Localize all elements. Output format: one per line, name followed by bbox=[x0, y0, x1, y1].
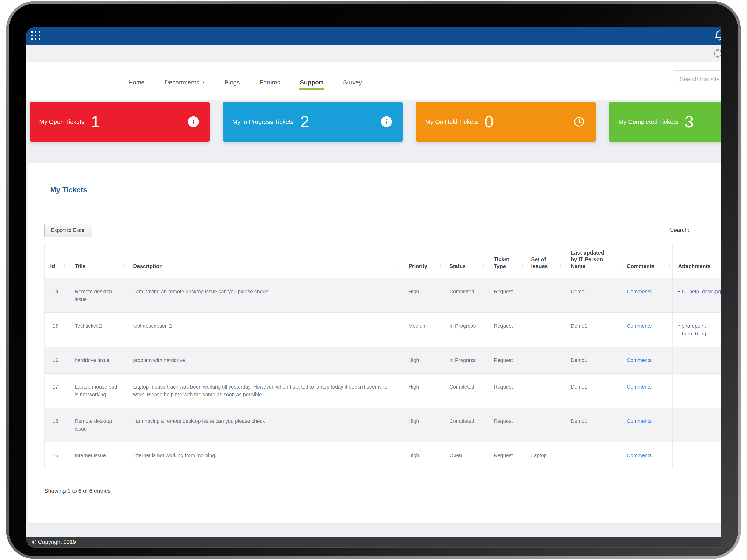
table-header-row: Id↑↓ Title↑↓ Description↑↓ Priority↑↓ St… bbox=[45, 243, 722, 278]
table-search-input[interactable] bbox=[694, 224, 721, 236]
col-header-description[interactable]: Description↑↓ bbox=[127, 243, 403, 278]
nav-item-home[interactable]: Home bbox=[128, 79, 145, 86]
sort-icon: ↑↓ bbox=[438, 262, 441, 269]
cell-last-updated: Demo1 bbox=[565, 347, 621, 374]
bullet-icon: • bbox=[678, 322, 680, 330]
attachment-link[interactable]: IT_help_desk.jpg bbox=[682, 288, 721, 295]
cell-attachments bbox=[672, 408, 722, 442]
cell-priority: High bbox=[403, 374, 444, 408]
col-header-id[interactable]: Id↑↓ bbox=[45, 243, 69, 278]
sort-icon: ↑↓ bbox=[63, 262, 67, 269]
cell-attachments: •sharepoint-hero_0.jpg bbox=[672, 313, 722, 347]
comments-link[interactable]: Comments bbox=[627, 452, 651, 458]
cell-comments: Comments bbox=[621, 442, 672, 469]
clock-icon bbox=[573, 116, 585, 128]
cell-last-updated: Demo1 bbox=[565, 374, 621, 408]
nav-item-label: Departments bbox=[164, 79, 199, 86]
nav-item-forums[interactable]: Forums bbox=[260, 79, 280, 86]
cell-id: 17 bbox=[45, 374, 69, 408]
cell-title: Laptop mouse pad is not working bbox=[69, 374, 127, 408]
cell-id: 25 bbox=[45, 442, 69, 469]
nav-item-support[interactable]: Support bbox=[300, 79, 323, 86]
col-header-status[interactable]: Status↑↓ bbox=[444, 243, 488, 278]
app-launcher-icon[interactable] bbox=[31, 31, 41, 41]
cell-ticket-type: Request bbox=[488, 374, 525, 408]
col-header-last-updated[interactable]: Last updated by IT Person Name↑↓ bbox=[565, 243, 621, 278]
card-completed-tickets[interactable]: My Completed Tickets 3 ✓ bbox=[609, 102, 721, 142]
card-on-hold-tickets[interactable]: My On Hold Tickets 0 bbox=[416, 102, 596, 142]
card-in-progress-tickets[interactable]: My In Progress Tickets 2 i bbox=[223, 102, 403, 142]
main-content: My Open Tickets 1 ! My In Progress Ticke… bbox=[26, 100, 721, 537]
site-search-input[interactable] bbox=[673, 70, 721, 88]
col-header-priority[interactable]: Priority↑↓ bbox=[403, 243, 444, 278]
cell-priority: High bbox=[403, 442, 444, 469]
nav-item-departments[interactable]: Departments ▾ bbox=[164, 79, 205, 86]
sort-icon: ↑↓ bbox=[616, 262, 619, 269]
tickets-table: Id↑↓ Title↑↓ Description↑↓ Priority↑↓ St… bbox=[44, 243, 721, 469]
ticket-row: 15 Test ticket 2 test description 2 Medi… bbox=[45, 313, 722, 347]
comments-link[interactable]: Comments bbox=[627, 289, 651, 294]
cell-status: Completed bbox=[444, 408, 488, 442]
cell-ticket-type: Request bbox=[488, 347, 525, 374]
comments-link[interactable]: Comments bbox=[627, 384, 651, 390]
comments-link[interactable]: Comments bbox=[627, 323, 651, 329]
bullet-icon: • bbox=[678, 288, 680, 295]
cell-last-updated bbox=[565, 442, 621, 469]
cell-id: 16 bbox=[45, 347, 69, 374]
refresh-icon[interactable] bbox=[713, 48, 721, 59]
my-tickets-panel: My Tickets Export to Excel Search: Id↑↓ … bbox=[28, 163, 721, 523]
col-header-title[interactable]: Title↑↓ bbox=[69, 243, 127, 278]
page-title: My Tickets bbox=[50, 186, 87, 194]
suite-bar bbox=[26, 27, 721, 45]
cell-set-of-issues bbox=[525, 347, 565, 374]
cell-description: problem with harddrive bbox=[127, 347, 403, 374]
cell-priority: High bbox=[403, 278, 444, 313]
cell-ticket-type: Request bbox=[488, 442, 525, 469]
comments-link[interactable]: Comments bbox=[627, 418, 651, 424]
col-header-ticket-type[interactable]: Ticket Type↑↓ bbox=[488, 243, 525, 278]
utility-bar bbox=[26, 45, 721, 62]
attachment-link[interactable]: sharepoint-hero_0.jpg bbox=[682, 322, 721, 338]
cell-id: 14 bbox=[45, 278, 69, 313]
cell-priority: Medium bbox=[403, 313, 444, 347]
stat-cards: My Open Tickets 1 ! My In Progress Ticke… bbox=[30, 102, 721, 142]
cell-status: Completed bbox=[444, 374, 488, 408]
card-value: 1 bbox=[91, 114, 100, 130]
exclamation-circle-icon: ! bbox=[188, 116, 199, 127]
card-label: My On Hold Tickets bbox=[425, 118, 478, 126]
card-label: My In Progress Tickets bbox=[232, 118, 294, 126]
cell-title: Remote desktop issue bbox=[69, 278, 127, 313]
cell-title: Test ticket 2 bbox=[69, 313, 127, 347]
col-header-attachments[interactable]: Attachments bbox=[672, 243, 722, 278]
card-label: My Completed Tickets bbox=[618, 118, 678, 126]
col-header-comments[interactable]: Comments↑↓ bbox=[621, 243, 672, 278]
cell-priority: High bbox=[403, 347, 444, 374]
cell-set-of-issues bbox=[525, 278, 565, 313]
card-open-tickets[interactable]: My Open Tickets 1 ! bbox=[30, 102, 210, 142]
export-to-excel-button[interactable]: Export to Excel bbox=[44, 223, 92, 237]
cell-set-of-issues: Laptop bbox=[525, 442, 565, 469]
cell-set-of-issues bbox=[525, 374, 565, 408]
cell-attachments: •IT_help_desk.jpg bbox=[672, 278, 722, 313]
cell-comments: Comments bbox=[621, 347, 672, 374]
ticket-row: 17 Laptop mouse pad is not working Lapto… bbox=[45, 374, 722, 408]
notifications-bell-icon[interactable] bbox=[714, 30, 721, 42]
ticket-row: 18 Remote desktop issue I am having a re… bbox=[45, 408, 722, 442]
cell-comments: Comments bbox=[621, 313, 672, 347]
col-header-set-of-issues[interactable]: Set of Issues↑↓ bbox=[525, 243, 565, 278]
cell-last-updated: Demo1 bbox=[565, 313, 621, 347]
cell-id: 18 bbox=[45, 408, 69, 442]
cell-comments: Comments bbox=[621, 278, 672, 313]
cell-last-updated: Demo1 bbox=[565, 278, 621, 313]
cell-set-of-issues bbox=[525, 408, 565, 442]
comments-link[interactable]: Comments bbox=[627, 357, 651, 363]
cell-status: Open bbox=[444, 442, 488, 469]
table-search-label: Search: bbox=[670, 227, 689, 233]
sort-icon: ↑↓ bbox=[667, 262, 670, 269]
cell-comments: Comments bbox=[621, 408, 672, 442]
nav-item-blogs[interactable]: Blogs bbox=[225, 79, 240, 86]
sort-icon: ↑↓ bbox=[397, 262, 400, 269]
info-circle-icon: i bbox=[381, 116, 392, 127]
nav-item-survey[interactable]: Survey bbox=[343, 79, 362, 86]
top-navigation: Home Departments ▾ Blogs Forums Support … bbox=[26, 62, 721, 100]
